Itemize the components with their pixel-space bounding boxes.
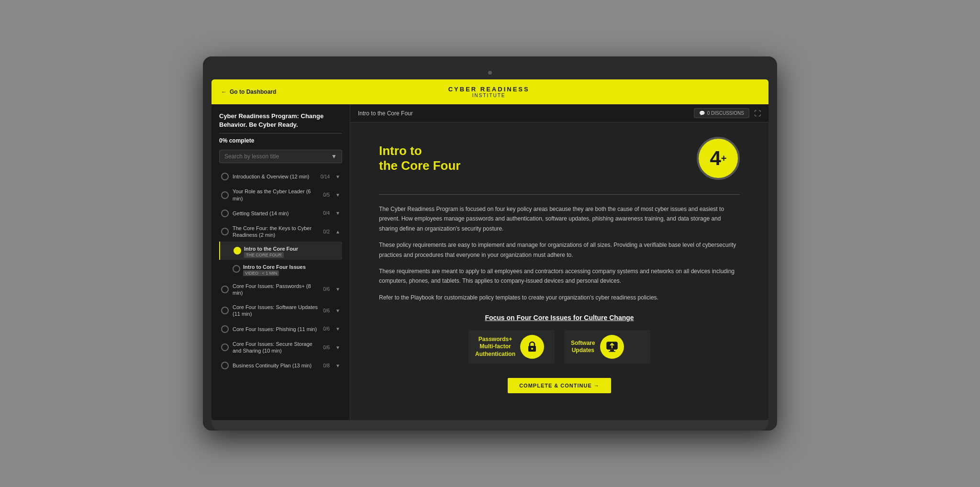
focus-card-passwords: Passwords+Multi-factorAuthentication <box>468 330 555 364</box>
complete-continue-button[interactable]: COMPLETE & CONTINUE → <box>508 378 611 393</box>
sub-item-content: Intro to the Core Four THE CORE FOUR <box>244 244 298 257</box>
expand-button[interactable]: ⛶ <box>754 110 761 117</box>
body-paragraph-2: These policy requirements are easy to im… <box>379 240 740 260</box>
chevron-icon-5: ▼ <box>335 287 340 292</box>
lesson-circle-8 <box>221 343 229 351</box>
sub-item-intro-core-four[interactable]: Intro to the Core Four THE CORE FOUR <box>219 242 342 260</box>
svg-rect-5 <box>609 351 615 352</box>
lesson-count-2: 0/5 <box>323 192 330 198</box>
laptop-screen: ← Go to Dashboard CYBER READINESS INSTIT… <box>212 79 768 420</box>
sidebar-divider <box>219 133 342 133</box>
laptop-frame: ← Go to Dashboard CYBER READINESS INSTIT… <box>203 56 777 431</box>
header-title-main: CYBER READINESS <box>448 86 530 93</box>
lesson-group-header-6[interactable]: Core Four Issues: Software Updates (11 m… <box>219 301 342 321</box>
focus-card-title-1: Passwords+Multi-factorAuthentication <box>475 336 515 358</box>
lesson-title-4: The Core Four: the Keys to Cyber Readine… <box>233 225 319 239</box>
lesson-group-header-8[interactable]: Core Four Issues: Secure Storage and Sha… <box>219 338 342 357</box>
sub-item-title-2: Intro to Core Four Issues <box>243 264 306 270</box>
lesson-circle-3 <box>221 210 229 217</box>
lesson-circle-2 <box>221 191 229 199</box>
body-paragraph-4: Refer to the Playbook for customizable p… <box>379 293 740 302</box>
chevron-icon-7: ▼ <box>335 326 340 332</box>
lesson-count-4: 0/2 <box>323 229 330 234</box>
lesson-circle-6 <box>221 307 229 314</box>
lesson-title-8: Core Four Issues: Secure Storage and Sha… <box>233 341 319 354</box>
app-header: ← Go to Dashboard CYBER READINESS INSTIT… <box>212 79 768 104</box>
content-scroll: Intro to the Core Four 4 + The Cyber Rea… <box>350 122 768 420</box>
svg-rect-4 <box>610 350 614 351</box>
search-input[interactable] <box>224 153 331 160</box>
progress-label: complete <box>229 137 255 144</box>
lesson-title-5: Core Four Issues: Passwords+ (8 min) <box>233 283 319 297</box>
chevron-icon-3: ▼ <box>335 210 340 216</box>
sub-item-intro-issues[interactable]: Intro to Core Four Issues VIDEO · < 1 MI… <box>219 260 342 278</box>
lesson-group-4: The Core Four: the Keys to Cyber Readine… <box>219 222 342 278</box>
back-arrow-icon: ← <box>221 89 227 95</box>
focus-cards: Passwords+Multi-factorAuthentication <box>379 330 740 364</box>
lock-icon <box>525 340 539 354</box>
camera-dot <box>488 71 492 75</box>
lesson-search[interactable]: ▼ <box>219 150 342 163</box>
lesson-circle-1 <box>221 173 229 180</box>
header-title-sub: INSTITUTE <box>448 93 530 98</box>
discussions-button[interactable]: 💬 0 DISCUSSIONS <box>694 108 749 118</box>
back-button[interactable]: ← Go to Dashboard <box>221 89 276 95</box>
lesson-group-header-5[interactable]: Core Four Issues: Passwords+ (8 min) 0/6… <box>219 280 342 299</box>
lesson-group-1: Introduction & Overview (12 min) 0/14 ▼ <box>219 170 342 183</box>
lesson-group-2: Your Role as the Cyber Leader (6 min) 0/… <box>219 185 342 205</box>
lesson-group-header-7[interactable]: Core Four Issues: Phishing (11 min) 0/6 … <box>219 322 342 336</box>
chevron-icon-6: ▼ <box>335 308 340 313</box>
cta-label: COMPLETE & CONTINUE → <box>519 383 600 388</box>
lesson-group-header-4[interactable]: The Core Four: the Keys to Cyber Readine… <box>219 222 342 242</box>
lesson-group-7: Core Four Issues: Phishing (11 min) 0/6 … <box>219 322 342 336</box>
focus-card-software: SoftwareUpdates <box>564 330 650 364</box>
hero-badge-plus: + <box>721 153 727 164</box>
sub-item-title-1: Intro to the Core Four <box>244 246 298 252</box>
lesson-group-header-2[interactable]: Your Role as the Cyber Leader (6 min) 0/… <box>219 185 342 205</box>
chevron-icon-2: ▼ <box>335 192 340 198</box>
lesson-count-5: 0/6 <box>323 287 330 292</box>
progress-indicator: 0% complete <box>219 137 342 144</box>
lesson-count-8: 0/6 <box>323 345 330 350</box>
lesson-group-header-1[interactable]: Introduction & Overview (12 min) 0/14 ▼ <box>219 170 342 183</box>
lesson-group-header-3[interactable]: Getting Started (14 min) 0/4 ▼ <box>219 207 342 220</box>
monitor-icon <box>605 340 619 354</box>
search-dropdown-icon: ▼ <box>331 153 337 160</box>
body-paragraph-1: The Cyber Readiness Program is focused o… <box>379 204 740 233</box>
lesson-group-5: Core Four Issues: Passwords+ (8 min) 0/6… <box>219 280 342 299</box>
hero-title: Intro to the Core Four <box>379 144 460 173</box>
hero-section: Intro to the Core Four 4 + <box>379 137 740 180</box>
content-topbar-right: 💬 0 DISCUSSIONS ⛶ <box>694 108 761 118</box>
hero-divider <box>379 194 740 195</box>
lesson-group-header-9[interactable]: Business Continuity Plan (13 min) 0/8 ▼ <box>219 359 342 372</box>
main-layout: Cyber Readiness Program: Change Behavior… <box>212 104 768 420</box>
lesson-title-7: Core Four Issues: Phishing (11 min) <box>233 326 319 332</box>
program-title: Cyber Readiness Program: Change Behavior… <box>219 112 342 129</box>
discussions-label: 0 DISCUSSIONS <box>707 111 744 116</box>
lesson-title-1: Introduction & Overview (12 min) <box>233 173 317 180</box>
active-circle <box>234 247 241 255</box>
lesson-count-3: 0/4 <box>323 210 330 216</box>
content-topbar-title: Intro to the Core Four <box>358 110 413 117</box>
content-topbar: Intro to the Core Four 💬 0 DISCUSSIONS ⛶ <box>350 104 768 122</box>
chevron-icon-1: ▼ <box>335 174 340 179</box>
progress-percent: 0% <box>219 137 227 144</box>
content-area: Intro to the Core Four 💬 0 DISCUSSIONS ⛶… <box>350 104 768 420</box>
svg-point-1 <box>531 348 533 350</box>
lesson-title-6: Core Four Issues: Software Updates (11 m… <box>233 304 319 318</box>
laptop-camera <box>212 65 768 79</box>
focus-title: Focus on Four Core Issues for Culture Ch… <box>379 314 740 321</box>
body-paragraph-3: These requirements are meant to apply to… <box>379 266 740 286</box>
cta-section: COMPLETE & CONTINUE → <box>379 364 740 403</box>
back-label: Go to Dashboard <box>230 89 276 95</box>
focus-card-icon-1 <box>520 335 544 359</box>
lesson-group-8: Core Four Issues: Secure Storage and Sha… <box>219 338 342 357</box>
focus-card-icon-2 <box>600 335 624 359</box>
lesson-group-3: Getting Started (14 min) 0/4 ▼ <box>219 207 342 220</box>
lesson-count-1: 0/14 <box>321 174 330 179</box>
hero-badge-number: 4 <box>710 147 721 170</box>
focus-section: Focus on Four Core Issues for Culture Ch… <box>379 314 740 364</box>
lesson-title-3: Getting Started (14 min) <box>233 210 319 217</box>
sub-item-tag-2: VIDEO · < 1 MIN <box>243 271 306 276</box>
lesson-title-2: Your Role as the Cyber Leader (6 min) <box>233 188 319 202</box>
